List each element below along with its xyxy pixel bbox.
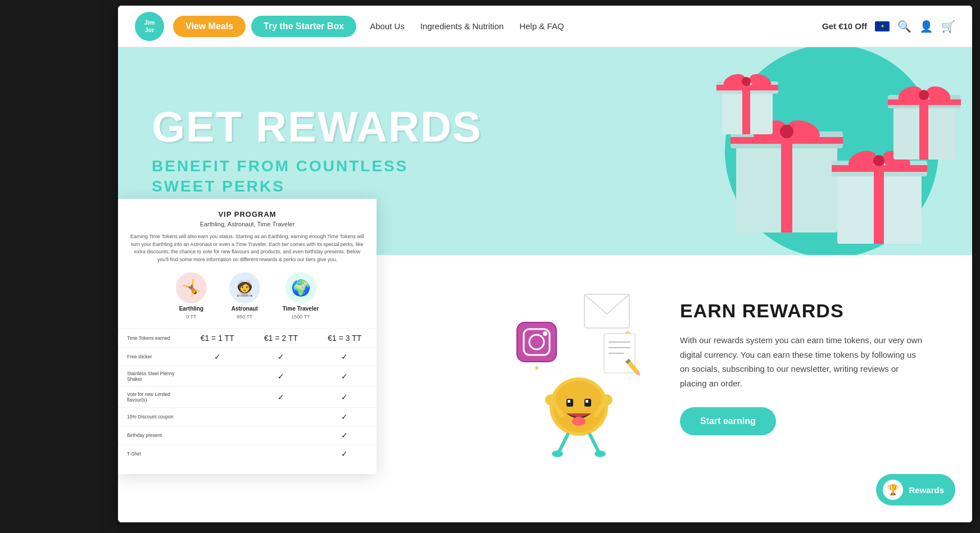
- help-link[interactable]: Help & FAQ: [519, 21, 564, 31]
- earthling-name: Earthling: [179, 306, 203, 312]
- cell-astronaut: [249, 445, 312, 463]
- navbar: JimJor View Meals Try the Starter Box Ab…: [118, 6, 972, 47]
- vip-subtitle: Earthling, Astronaut, Time Traveler: [118, 221, 376, 227]
- cell-astronaut: [249, 408, 312, 426]
- table-row: 10% Discount coupon ✓: [118, 408, 376, 426]
- svg-point-53: [545, 394, 556, 406]
- cell-traveler: ✓: [313, 426, 376, 445]
- svg-point-6: [780, 125, 793, 138]
- earn-title: EARN REWARDS: [680, 300, 927, 322]
- earn-text: EARN REWARDS With our rewards system you…: [680, 289, 927, 435]
- time-traveler-avatar: 🌍: [285, 272, 316, 303]
- time-traveler-name: Time Traveler: [283, 306, 319, 312]
- svg-point-27: [742, 77, 751, 86]
- cell-traveler: €1 = 3 TT: [313, 329, 376, 348]
- row-label: T-Shirt: [118, 445, 185, 463]
- table-row: Time Tokens earned €1 = 1 TT €1 = 2 TT €…: [118, 329, 376, 348]
- cell-astronaut: ✓: [249, 366, 312, 387]
- rewards-float-label: Rewards: [909, 485, 944, 495]
- cell-earthling: [185, 387, 249, 408]
- svg-rect-45: [586, 400, 588, 403]
- table-row: Stainless Steel Plenny Shaker ✓ ✓: [118, 366, 376, 387]
- mascot-illustration: ★ ★ ★ ★ ★: [511, 289, 657, 463]
- gift-boxes-illustration: [714, 53, 961, 255]
- svg-point-50: [595, 450, 606, 457]
- table-row: Free sticker ✓ ✓ ✓: [118, 348, 376, 366]
- svg-point-46: [572, 417, 586, 426]
- earn-description: With our rewards system you can earn tim…: [680, 333, 927, 390]
- svg-rect-2: [781, 131, 792, 233]
- nav-right: Get €10 Off ★ 🔍 👤 🛒: [822, 20, 955, 33]
- svg-point-39: [543, 331, 547, 336]
- user-icon[interactable]: 👤: [919, 20, 933, 33]
- row-label: Free sticker: [118, 348, 185, 366]
- svg-line-48: [590, 435, 598, 452]
- svg-point-20: [919, 90, 929, 100]
- svg-point-54: [601, 394, 612, 406]
- tier-earthling: 🤸 Earthling 0 TT: [176, 272, 207, 320]
- svg-line-47: [559, 435, 568, 452]
- cell-earthling: ✓: [185, 348, 249, 366]
- cell-earthling: [185, 408, 249, 426]
- cell-traveler: ✓: [313, 348, 376, 366]
- cell-earthling: €1 = 1 TT: [185, 329, 249, 348]
- vip-panel: VIP PROGRAM Earthling, Astronaut, Time T…: [118, 199, 376, 474]
- cell-traveler: ✓: [313, 366, 376, 387]
- cell-traveler: ✓: [313, 445, 376, 463]
- main-content: VIP PROGRAM Earthling, Astronaut, Time T…: [118, 255, 972, 522]
- row-label: Vote for new Limited flavour(s): [118, 387, 185, 408]
- svg-rect-9: [874, 161, 884, 244]
- row-label: Stainless Steel Plenny Shaker: [118, 366, 185, 387]
- table-row: Vote for new Limited flavour(s) ✓ ✓: [118, 387, 376, 408]
- astronaut-avatar: 🧑‍🚀: [229, 272, 260, 303]
- cell-astronaut: €1 = 2 TT: [249, 329, 312, 348]
- eu-flag[interactable]: ★: [875, 21, 890, 31]
- hero-title: GET REWARDS: [152, 106, 482, 148]
- search-icon[interactable]: 🔍: [897, 20, 911, 33]
- table-row: Birthday present ✓: [118, 426, 376, 445]
- start-earning-button[interactable]: Start earning: [680, 407, 776, 435]
- rewards-float-button[interactable]: 🏆 Rewards: [876, 474, 955, 505]
- svg-point-49: [552, 450, 563, 457]
- earthling-tokens: 0 TT: [186, 314, 196, 320]
- astronaut-name: Astronaut: [232, 306, 258, 312]
- cart-icon[interactable]: 🛒: [941, 20, 955, 33]
- table-row: T-Shirt ✓: [118, 445, 376, 463]
- svg-rect-44: [568, 400, 570, 403]
- mascot-area: ★ ★ ★ ★ ★: [511, 289, 646, 457]
- star-icon: ★: [534, 364, 540, 372]
- browser-window: JimJor View Meals Try the Starter Box Ab…: [118, 6, 972, 522]
- discount-text[interactable]: Get €10 Off: [822, 21, 867, 31]
- row-label: 10% Discount coupon: [118, 408, 185, 426]
- row-label: Time Tokens earned: [118, 329, 185, 348]
- vip-table: Time Tokens earned €1 = 1 TT €1 = 2 TT €…: [118, 329, 376, 463]
- about-us-link[interactable]: About Us: [370, 21, 405, 31]
- view-meals-button[interactable]: View Meals: [173, 16, 246, 37]
- cell-astronaut: ✓: [249, 387, 312, 408]
- tier-astronaut: 🧑‍🚀 Astronaut 850 TT: [229, 272, 260, 320]
- nav-links: About Us Ingredients & Nutrition Help & …: [370, 21, 822, 31]
- cell-traveler: ✓: [313, 387, 376, 408]
- time-traveler-tokens: 1500 TT: [291, 314, 310, 320]
- cell-earthling: [185, 426, 249, 445]
- row-label: Birthday present: [118, 426, 185, 445]
- cell-astronaut: ✓: [249, 348, 312, 366]
- rewards-float-icon: 🏆: [883, 480, 903, 500]
- hero-subtitle: BENEFIT FROM COUNTLESSSWEET PERKS: [152, 156, 482, 197]
- cell-earthling: [185, 366, 249, 387]
- tier-time-traveler: 🌍 Time Traveler 1500 TT: [283, 272, 319, 320]
- cell-astronaut: [249, 426, 312, 445]
- try-starter-box-button[interactable]: Try the Starter Box: [251, 16, 356, 37]
- vip-tiers: 🤸 Earthling 0 TT 🧑‍🚀 Astronaut 850 TT 🌍 …: [118, 272, 376, 320]
- cell-traveler: ✓: [313, 408, 376, 426]
- svg-rect-28: [584, 294, 629, 328]
- ingredients-link[interactable]: Ingredients & Nutrition: [420, 21, 503, 31]
- vip-description: Earning Time Tokens will also earn you s…: [118, 233, 376, 263]
- earthling-avatar: 🤸: [176, 272, 207, 303]
- cell-earthling: [185, 445, 249, 463]
- logo[interactable]: JimJor: [135, 12, 164, 41]
- svg-rect-17: [888, 99, 961, 105]
- svg-point-13: [873, 155, 884, 166]
- monitor-frame: JimJor View Meals Try the Starter Box Ab…: [0, 0, 980, 533]
- vip-title: VIP PROGRAM: [118, 210, 376, 218]
